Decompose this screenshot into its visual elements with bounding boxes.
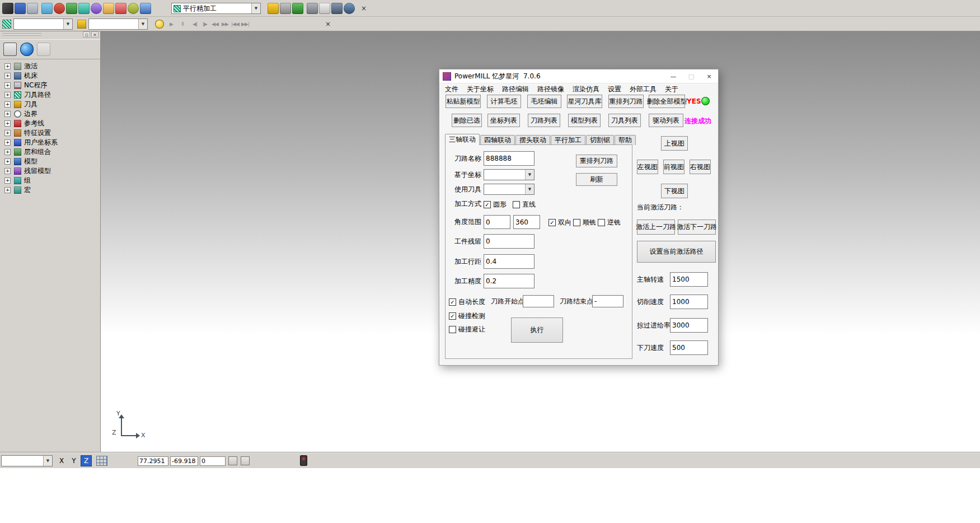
collision-check-checkbox[interactable]: ✓ 碰撞检测 xyxy=(449,311,485,321)
tab-parallel[interactable]: 平行加工 xyxy=(551,135,585,145)
step-back-button[interactable]: ◀| xyxy=(190,19,199,29)
axis-x-button[interactable]: X xyxy=(56,455,67,466)
end-point-input[interactable] xyxy=(592,295,623,307)
pencil-icon[interactable] xyxy=(115,3,126,14)
menu-settings[interactable]: 设置 xyxy=(608,85,621,94)
clipboard-icon[interactable] xyxy=(319,3,330,14)
fast-forward-button[interactable]: ▶▶ xyxy=(221,19,229,29)
expander-icon[interactable]: + xyxy=(4,130,11,136)
cutting-speed-input[interactable] xyxy=(670,295,708,309)
block-icon[interactable] xyxy=(41,3,53,14)
line-mode-checkbox[interactable]: 直线 xyxy=(513,200,536,209)
dock-grip[interactable] xyxy=(2,33,41,34)
tool-library-button[interactable]: 星河刀具库 xyxy=(567,95,602,108)
angle-to-input[interactable] xyxy=(513,215,540,229)
chevron-down-icon[interactable]: ▼ xyxy=(43,456,52,466)
binoculars-icon[interactable] xyxy=(344,3,355,14)
axes-icon[interactable] xyxy=(66,3,77,14)
expander-icon[interactable]: + xyxy=(4,168,11,174)
sim-toolpath-combobox[interactable]: ▼ xyxy=(13,18,73,30)
tree-item-patterns[interactable]: +参考线 xyxy=(0,119,100,128)
activate-prev-toolpath-button[interactable]: 激活上一刀路 xyxy=(637,220,675,235)
tree-item-tools[interactable]: +刀具 xyxy=(0,100,100,109)
chevron-down-icon[interactable]: ▼ xyxy=(138,19,147,29)
stock-allowance-input[interactable] xyxy=(484,234,534,249)
checkbox-icon[interactable]: ✓ xyxy=(484,201,491,208)
go-end-button[interactable]: ▶▶| xyxy=(241,19,250,29)
axis-z-button[interactable]: Z xyxy=(81,455,92,466)
close-panel-icon[interactable]: × xyxy=(91,31,99,38)
menu-about[interactable]: 关于 xyxy=(665,85,678,94)
wrench-icon[interactable] xyxy=(268,3,279,14)
chevron-down-icon[interactable]: ▼ xyxy=(525,184,534,194)
tree-item-stock-models[interactable]: +残留模型 xyxy=(0,166,100,176)
collision-avoid-checkbox[interactable]: 碰撞避让 xyxy=(449,325,485,334)
tab-swivel-head[interactable]: 摆头联动 xyxy=(515,135,550,145)
checkbox-icon[interactable]: ✓ xyxy=(449,298,456,306)
angle-from-input[interactable] xyxy=(484,215,510,229)
menu-path-edit[interactable]: 路径编辑 xyxy=(502,85,529,94)
tree-item-activate[interactable]: +激活 xyxy=(0,62,100,71)
edit-stock-button[interactable]: 毛坯编辑 xyxy=(527,95,561,108)
tree-item-groups[interactable]: +组 xyxy=(0,176,100,185)
climb-checkbox[interactable]: 顺铣 xyxy=(573,218,596,227)
circle-mode-checkbox[interactable]: ✓ 圆形 xyxy=(484,200,507,209)
axis-y-button[interactable]: Y xyxy=(68,455,79,466)
toolpath-list-button[interactable]: 刀路列表 xyxy=(528,114,560,127)
status-combobox[interactable]: ▼ xyxy=(1,455,53,466)
coord-list-button[interactable]: 坐标列表 xyxy=(487,114,520,127)
hierarchy-icon[interactable] xyxy=(3,43,17,56)
bottom-view-button[interactable]: 下视图 xyxy=(661,184,688,198)
board-indicator-icon[interactable] xyxy=(300,455,307,466)
sim-toolbar-close-icon[interactable]: × xyxy=(323,20,332,29)
play-button[interactable]: ▶ xyxy=(167,19,176,29)
expander-icon[interactable]: + xyxy=(4,73,11,79)
minimize-button[interactable]: — xyxy=(664,69,682,83)
checkbox-icon[interactable] xyxy=(513,201,520,208)
save-icon[interactable] xyxy=(15,3,26,14)
refresh-button[interactable]: 刷新 xyxy=(576,173,617,186)
expander-icon[interactable]: + xyxy=(4,82,11,88)
close-button[interactable]: × xyxy=(700,69,718,83)
expander-icon[interactable]: + xyxy=(4,178,11,184)
top-view-button[interactable]: 上视图 xyxy=(661,136,688,151)
bidirectional-checkbox[interactable]: ✓ 双向 xyxy=(548,218,571,227)
execute-button[interactable]: 执行 xyxy=(511,317,563,343)
grid-toggle-icon[interactable] xyxy=(96,456,107,466)
spindle-speed-input[interactable] xyxy=(670,272,708,287)
checkbox-icon[interactable] xyxy=(573,219,580,226)
tab-3axis[interactable]: 三轴联动 xyxy=(445,134,480,145)
expander-icon[interactable]: + xyxy=(4,111,11,117)
menu-coords[interactable]: 关于坐标 xyxy=(467,85,494,94)
tab-help[interactable]: 帮助 xyxy=(615,135,636,145)
expander-icon[interactable]: + xyxy=(4,139,11,146)
expander-icon[interactable]: + xyxy=(4,101,11,108)
tree-item-models[interactable]: +模型 xyxy=(0,157,100,166)
sim-tool-combobox[interactable]: ▼ xyxy=(88,18,148,30)
model-list-button[interactable]: 模型列表 xyxy=(568,114,601,127)
chevron-down-icon[interactable]: ▼ xyxy=(251,3,260,13)
menu-file[interactable]: 文件 xyxy=(445,85,458,94)
expander-icon[interactable]: + xyxy=(4,63,11,69)
front-view-button[interactable]: 前视图 xyxy=(663,160,684,174)
maximize-button[interactable]: □ xyxy=(682,69,700,83)
menu-external-tools[interactable]: 外部工具 xyxy=(630,85,657,94)
start-point-input[interactable] xyxy=(523,295,554,307)
tolerance-input[interactable] xyxy=(484,274,534,288)
shaded-icon[interactable] xyxy=(37,43,50,56)
checkbox-icon[interactable]: ✓ xyxy=(548,219,556,226)
tree-item-macros[interactable]: +宏 xyxy=(0,185,100,195)
calculator-icon[interactable] xyxy=(280,3,291,14)
tab-4axis[interactable]: 四轴联动 xyxy=(480,135,515,145)
chevron-down-icon[interactable]: ▼ xyxy=(63,19,72,29)
pause-button[interactable]: Ⅱ xyxy=(178,19,187,29)
magnet-icon[interactable] xyxy=(54,3,65,14)
delete-all-models-button[interactable]: 删除全部模型 xyxy=(649,95,685,108)
strategy-combobox[interactable]: 平行精加工 ▼ xyxy=(171,3,261,14)
expander-icon[interactable]: + xyxy=(4,92,11,98)
use-tool-dropdown[interactable]: ▼ xyxy=(484,184,534,195)
coord-x-field[interactable] xyxy=(138,456,168,466)
left-view-button[interactable]: 左视图 xyxy=(637,160,658,174)
step-forward-button[interactable]: |▶ xyxy=(200,19,209,29)
expander-icon[interactable]: + xyxy=(4,120,11,127)
